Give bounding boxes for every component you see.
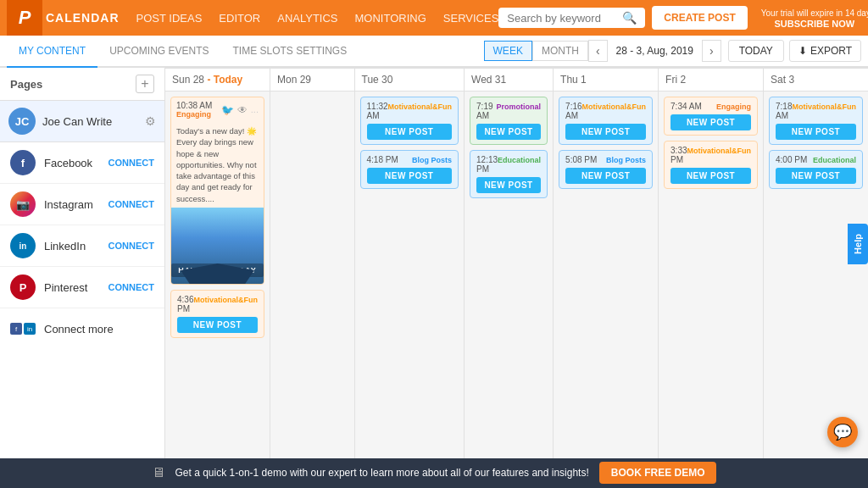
pinterest-label: Pinterest (44, 281, 100, 294)
sidebar-item-linkedin[interactable]: in LinkedIn CONNECT (0, 225, 164, 267)
twitter-post-header: 10:38 AM Engaging 🐦 👁 ... (171, 97, 264, 122)
post-badge-tue-1132: Motivational&Fun (388, 103, 453, 111)
post-badge-fri-734: Engaging (716, 103, 751, 111)
post-card-wed-1213[interactable]: 12:13 PM Educational NEW POST (470, 150, 548, 198)
facebook-icon: f (10, 150, 36, 175)
new-post-button-wed-1213[interactable]: NEW POST (476, 177, 541, 193)
facebook-connect-button[interactable]: CONNECT (108, 158, 154, 168)
tab-bar: MY CONTENT UPCOMING EVENTS TIME SLOTS SE… (0, 36, 868, 68)
new-post-button-thu-1708[interactable]: NEW POST (565, 168, 646, 184)
export-button[interactable]: ⬇ EXPORT (789, 40, 861, 62)
sidebar-item-facebook[interactable]: f Facebook CONNECT (0, 142, 164, 184)
instagram-connect-button[interactable]: CONNECT (108, 199, 154, 209)
date-range: 28 - 3, Aug, 2019 (608, 42, 702, 60)
nav-post-ideas[interactable]: POST IDEAS (136, 8, 203, 28)
post-card-wed-719[interactable]: 7:19 AM Promotional NEW POST (470, 97, 548, 145)
post-card-thu-1708[interactable]: 5:08 PM Blog Posts NEW POST (559, 150, 653, 189)
li-small-icon: in (27, 325, 32, 333)
twitter-icon: 🐦 (221, 104, 234, 116)
day-content-tue: 11:32 AM Motivational&Fun NEW POST 4:18 … (355, 92, 465, 458)
new-post-button-sat-1600[interactable]: NEW POST (776, 168, 856, 184)
prev-arrow[interactable]: ‹ (588, 40, 608, 62)
help-button[interactable]: Help (848, 224, 868, 264)
instagram-label: Instagram (44, 198, 100, 211)
sidebar: Pages + JC Joe Can Write ⚙ f Facebook CO… (0, 68, 165, 458)
post-badge-wed-719: Promotional (497, 103, 542, 111)
post-time-tue-1618: 4:18 PM (367, 155, 398, 164)
more-icon[interactable]: ... (251, 104, 259, 116)
app-title: CALENDAR (46, 11, 120, 25)
post-card-fri-1533[interactable]: 3:33 PM Motivational&Fun NEW POST (664, 141, 758, 189)
day-content-fri: 7:34 AM Engaging NEW POST 3:33 PM Motiva… (659, 92, 763, 458)
post-card-sat-1600[interactable]: 4:00 PM Educational NEW POST (769, 150, 863, 189)
create-post-button[interactable]: CREATE POST (652, 6, 747, 30)
book-demo-button[interactable]: BOOK FREE DEMO (599, 462, 717, 484)
post-header-thu-1708: 5:08 PM Blog Posts (565, 155, 646, 164)
sidebar-item-pinterest[interactable]: P Pinterest CONNECT (0, 267, 164, 308)
new-post-button-1636[interactable]: NEW POST (177, 317, 258, 333)
nav-editor[interactable]: EDITOR (219, 8, 260, 28)
new-post-button-fri-734[interactable]: NEW POST (670, 114, 751, 130)
gear-icon[interactable]: ⚙ (145, 114, 156, 128)
tab-my-content[interactable]: MY CONTENT (7, 36, 97, 68)
post-card-tue-1132[interactable]: 11:32 AM Motivational&Fun NEW POST (360, 97, 459, 145)
top-nav: P CALENDAR POST IDEAS EDITOR ANALYTICS M… (0, 0, 868, 36)
tab-upcoming-events[interactable]: UPCOMING EVENTS (97, 36, 220, 68)
day-col-mon: Mon 29 (270, 68, 355, 458)
nav-monitoring[interactable]: MONITORING (355, 8, 426, 28)
add-page-button[interactable]: + (136, 75, 154, 93)
post-card-1636[interactable]: 4:36 PM Motivational&Fun NEW POST (170, 290, 264, 338)
post-card-thu-716[interactable]: 7:16 AM Motivational&Fun NEW POST (559, 97, 653, 145)
new-post-button-tue-1132[interactable]: NEW POST (367, 124, 453, 140)
day-label-mon: Mon 29 (277, 74, 311, 86)
post-card-fri-734[interactable]: 7:34 AM Engaging NEW POST (664, 97, 758, 136)
tab-time-slots[interactable]: TIME SLOTS SETTINGS (220, 36, 359, 68)
day-label-thu: Thu 1 (560, 74, 587, 86)
search-box[interactable]: 🔍 (498, 8, 645, 28)
day-col-thu: Thu 1 7:16 AM Motivational&Fun NEW POST (554, 68, 659, 458)
nav-services[interactable]: SERVICES (443, 8, 499, 28)
post-time-1636: 4:36 PM (177, 295, 193, 313)
post-badge-sat-1600: Educational (813, 156, 856, 164)
demo-icon: 🖥 (152, 465, 165, 480)
search-input[interactable] (507, 12, 617, 25)
new-post-button-tue-1618[interactable]: NEW POST (367, 168, 453, 184)
next-arrow[interactable]: › (702, 40, 721, 62)
pinterest-connect-button[interactable]: CONNECT (108, 282, 154, 292)
day-label-tue: Tue 30 (362, 74, 393, 86)
post-badge-thu-1708: Blog Posts (606, 156, 646, 164)
subscribe-link[interactable]: SUBSCRIBE NOW (774, 19, 854, 29)
post-card-sat-718[interactable]: 7:18 AM Motivational&Fun NEW POST (769, 97, 863, 145)
new-post-button-thu-716[interactable]: NEW POST (565, 124, 646, 140)
nav-analytics[interactable]: ANALYTICS (277, 8, 337, 28)
post-card-tue-1618[interactable]: 4:18 PM Blog Posts NEW POST (360, 150, 459, 189)
post-badge-sat-718: Motivational&Fun (793, 103, 857, 111)
day-content-wed: 7:19 AM Promotional NEW POST 12:13 PM Ed… (465, 92, 553, 458)
day-header-thu: Thu 1 (554, 69, 658, 92)
sidebar-item-instagram[interactable]: 📷 Instagram CONNECT (0, 184, 164, 225)
new-post-button-fri-1533[interactable]: NEW POST (670, 168, 751, 184)
new-post-button-wed-719[interactable]: NEW POST (476, 124, 541, 140)
logo-letter: P (19, 7, 31, 29)
pages-header: Pages + (0, 68, 164, 101)
post-header-sat-718: 7:18 AM Motivational&Fun (776, 102, 856, 120)
post-time-1028: 10:38 AM (176, 101, 212, 110)
user-row: JC Joe Can Write ⚙ (0, 101, 164, 142)
day-header-wed: Wed 31 (465, 69, 553, 92)
day-header-mon: Mon 29 (270, 69, 354, 92)
post-time-wed-719: 7:19 AM (476, 102, 497, 120)
calendar-grid: Sun 28 - Today 10:38 AM Engaging (165, 68, 868, 458)
post-card-twitter-1028[interactable]: 10:38 AM Engaging 🐦 👁 ... Tod (170, 97, 264, 285)
post-time-thu-1708: 5:08 PM (565, 155, 597, 164)
view-month-button[interactable]: MONTH (532, 41, 588, 61)
linkedin-connect-button[interactable]: CONNECT (108, 241, 154, 251)
logo-box[interactable]: P (7, 0, 42, 36)
connect-more[interactable]: f in Connect more (0, 308, 164, 349)
chat-bubble[interactable]: 💬 (827, 417, 858, 447)
today-button[interactable]: TODAY (728, 40, 784, 62)
new-post-button-sat-718[interactable]: NEW POST (776, 124, 856, 140)
today-indicator: - Today (207, 74, 242, 86)
search-icon: 🔍 (622, 11, 637, 25)
view-week-button[interactable]: WEEK (484, 41, 532, 61)
linkedin-icon: in (10, 233, 36, 258)
